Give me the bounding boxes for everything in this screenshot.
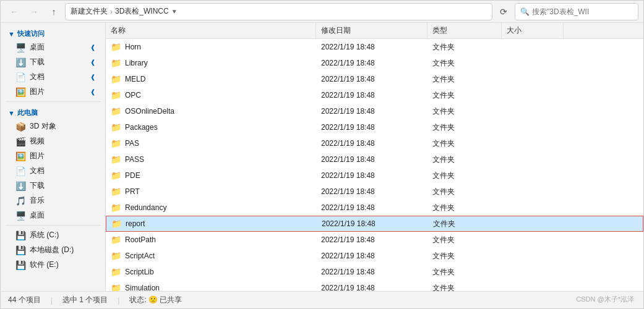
folder-icon: 📁 bbox=[111, 235, 121, 245]
sidebar-item-desktop[interactable]: 🖥️ 桌面 ❰ bbox=[3, 40, 103, 54]
file-name-cell: 📁Simulation bbox=[106, 280, 316, 291]
col-header-size[interactable]: 大小 bbox=[502, 23, 564, 38]
table-row[interactable]: 📁RootPath2022/1/19 18:48文件夹 bbox=[106, 232, 643, 248]
file-size-cell bbox=[502, 264, 564, 280]
file-type-cell: 文件夹 bbox=[427, 184, 502, 200]
sidebar-this-pc[interactable]: ▼ 此电脑 bbox=[1, 104, 105, 119]
file-list: 名称 修改日期 类型 大小 📁Horn2022/1/19 18:48文件夹📁Li… bbox=[106, 23, 643, 291]
file-date-cell: 2022/1/19 18:48 bbox=[316, 184, 427, 200]
breadcrumb-sep: › bbox=[110, 7, 113, 16]
sidebar-item-drive-d[interactable]: 💾 本地磁盘 (D:) bbox=[3, 243, 103, 257]
file-type-cell: 文件夹 bbox=[427, 55, 502, 71]
file-date-cell: 2022/1/19 18:48 bbox=[316, 71, 427, 87]
col-header-type[interactable]: 类型 bbox=[427, 23, 502, 38]
file-size-cell bbox=[502, 87, 564, 103]
refresh-button[interactable]: ⟳ bbox=[495, 3, 512, 20]
table-row[interactable]: 📁OSOnlineDelta2022/1/19 18:48文件夹 bbox=[106, 103, 643, 119]
up-button[interactable]: ↑ bbox=[45, 3, 62, 20]
status-count: 44 个项目 bbox=[8, 295, 41, 305]
table-row[interactable]: 📁PAS2022/1/19 18:48文件夹 bbox=[106, 135, 643, 151]
file-date-cell: 2022/1/19 18:48 bbox=[316, 232, 427, 248]
col-header-name[interactable]: 名称 bbox=[106, 23, 316, 38]
file-date-cell: 2022/1/19 18:48 bbox=[316, 151, 427, 167]
file-name-cell: 📁report bbox=[106, 216, 317, 231]
table-row[interactable]: 📁report2022/1/19 18:48文件夹 bbox=[106, 216, 643, 232]
pin-icon: ❰ bbox=[90, 44, 95, 51]
file-size-cell bbox=[502, 103, 564, 119]
file-name-cell: 📁Library bbox=[106, 55, 316, 71]
sidebar-item-3dobjects[interactable]: 📦 3D 对象 bbox=[3, 119, 103, 133]
file-size-cell bbox=[502, 71, 564, 87]
table-row[interactable]: 📁MELD2022/1/19 18:48文件夹 bbox=[106, 71, 643, 87]
file-type-cell: 文件夹 bbox=[427, 119, 502, 135]
file-name: ScriptLib bbox=[125, 268, 154, 276]
file-name: Simulation bbox=[125, 284, 160, 291]
sidebar-item-videos[interactable]: 🎬 视频 bbox=[3, 134, 103, 148]
folder-icon: 📁 bbox=[111, 74, 121, 84]
sidebar-item-documents2[interactable]: 📄 文档 bbox=[3, 164, 103, 178]
file-date-cell: 2022/1/19 18:48 bbox=[316, 87, 427, 103]
file-date-cell: 2022/1/19 18:48 bbox=[316, 248, 427, 264]
main-area: ▼ 快速访问 🖥️ 桌面 ❰ ⬇️ 下载 ❰ 📄 文档 ❰ 🖼️ 图片 ❰ bbox=[1, 23, 643, 291]
file-name-cell: 📁RootPath bbox=[106, 232, 316, 248]
col-header-date[interactable]: 修改日期 bbox=[316, 23, 427, 38]
file-name: MELD bbox=[125, 75, 145, 83]
file-date-cell: 2022/1/19 18:48 bbox=[316, 280, 427, 291]
desktop2-icon: 🖥️ bbox=[15, 211, 26, 221]
table-row[interactable]: 📁Packages2022/1/19 18:48文件夹 bbox=[106, 119, 643, 135]
drive-c-icon: 💾 bbox=[15, 231, 26, 240]
file-size-cell bbox=[502, 200, 564, 216]
table-row[interactable]: 📁ScriptLib2022/1/19 18:48文件夹 bbox=[106, 264, 643, 280]
table-row[interactable]: 📁PASS2022/1/19 18:48文件夹 bbox=[106, 151, 643, 167]
file-name-cell: 📁ScriptAct bbox=[106, 248, 316, 264]
table-row[interactable]: 📁OPC2022/1/19 18:48文件夹 bbox=[106, 87, 643, 103]
table-row[interactable]: 📁ScriptAct2022/1/19 18:48文件夹 bbox=[106, 248, 643, 264]
forward-button[interactable]: → bbox=[25, 3, 43, 20]
folder-icon: 📁 bbox=[111, 219, 122, 229]
status-selected: 选中 1 个项目 bbox=[62, 295, 108, 305]
file-size-cell bbox=[502, 151, 564, 167]
address-bar[interactable]: 新建文件夹 › 3D表检_WINCC ▼ bbox=[65, 3, 492, 20]
file-name: PRT bbox=[125, 187, 140, 196]
search-input[interactable] bbox=[532, 7, 633, 16]
music-icon: 🎵 bbox=[15, 196, 26, 206]
sidebar-item-pictures[interactable]: 🖼️ 图片 ❰ bbox=[3, 85, 103, 99]
file-name: PASS bbox=[125, 155, 144, 164]
table-row[interactable]: 📁PDE2022/1/19 18:48文件夹 bbox=[106, 167, 643, 184]
chevron-down-icon: ▼ bbox=[8, 30, 15, 38]
sidebar-item-downloads[interactable]: ⬇️ 下载 ❰ bbox=[3, 55, 103, 69]
address-dropdown-icon[interactable]: ▼ bbox=[171, 8, 178, 15]
back-button[interactable]: ← bbox=[6, 3, 23, 20]
file-name: Redundancy bbox=[125, 203, 166, 212]
sidebar-item-documents[interactable]: 📄 文档 ❰ bbox=[3, 70, 103, 84]
sidebar-item-drive-e[interactable]: 💾 软件 (E:) bbox=[3, 258, 103, 272]
table-row[interactable]: 📁Horn2022/1/19 18:48文件夹 bbox=[106, 39, 643, 55]
sidebar-divider bbox=[6, 101, 100, 102]
file-size-cell bbox=[502, 232, 564, 248]
sidebar-item-drive-c[interactable]: 💾 系统 (C:) bbox=[3, 228, 103, 242]
search-box[interactable]: 🔍 bbox=[515, 3, 638, 20]
sidebar-item-pictures2[interactable]: 🖼️ 图片 bbox=[3, 149, 103, 163]
pictures-icon: 🖼️ bbox=[15, 87, 26, 97]
file-name-cell: 📁ScriptLib bbox=[106, 264, 316, 280]
status-sep2: | bbox=[118, 296, 119, 305]
explorer-window: ← → ↑ 新建文件夹 › 3D表检_WINCC ▼ ⟳ 🔍 ▼ 快速访问 🖥️ bbox=[0, 0, 644, 309]
table-row[interactable]: 📁Library2022/1/19 18:48文件夹 bbox=[106, 55, 643, 71]
file-name-cell: 📁PAS bbox=[106, 135, 316, 151]
sidebar-quick-access[interactable]: ▼ 快速访问 bbox=[1, 25, 105, 40]
sidebar-item-music[interactable]: 🎵 音乐 bbox=[3, 193, 103, 208]
table-row[interactable]: 📁Simulation2022/1/19 18:48文件夹 bbox=[106, 280, 643, 291]
file-name: PAS bbox=[125, 139, 139, 148]
folder-icon: 📁 bbox=[111, 203, 121, 213]
file-size-cell bbox=[502, 167, 564, 184]
folder-icon: 📁 bbox=[111, 154, 121, 164]
sidebar-divider2 bbox=[6, 225, 100, 226]
sidebar-item-downloads2[interactable]: ⬇️ 下载 bbox=[3, 179, 103, 193]
table-row[interactable]: 📁Redundancy2022/1/19 18:48文件夹 bbox=[106, 200, 643, 216]
drive-e-icon: 💾 bbox=[15, 260, 26, 270]
file-size-cell bbox=[502, 39, 564, 55]
sidebar-item-desktop2[interactable]: 🖥️ 桌面 bbox=[3, 208, 103, 222]
table-row[interactable]: 📁PRT2022/1/19 18:48文件夹 bbox=[106, 184, 643, 200]
folder-icon: 📁 bbox=[111, 187, 121, 197]
file-type-cell: 文件夹 bbox=[427, 151, 502, 167]
